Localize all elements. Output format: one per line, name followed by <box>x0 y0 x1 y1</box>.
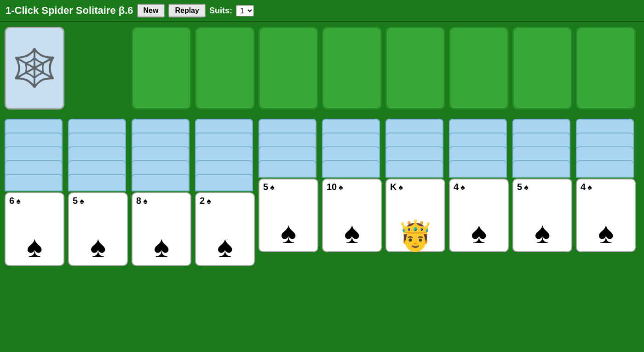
face-down-stack-5 <box>322 119 382 178</box>
face-down-card <box>576 160 634 178</box>
card-suit-top: ♠ <box>398 183 403 192</box>
tableau-column-2[interactable]: 8♠♠ <box>132 119 191 266</box>
card-suit-top: ♠ <box>80 196 84 206</box>
card-rank: 5 <box>517 182 522 191</box>
card-suit-top: ♠ <box>587 183 592 192</box>
face-down-card <box>5 174 63 191</box>
card-suit-top: ♠ <box>524 183 529 192</box>
card-suit-center: ♠ <box>90 232 106 261</box>
face-down-stack-2 <box>132 119 191 191</box>
face-down-stack-1 <box>68 119 128 191</box>
card-suit-top: ♠ <box>16 196 21 206</box>
card-suit-center: ♠ <box>598 218 614 248</box>
king-emoji-icon: 🤴 <box>397 221 434 250</box>
face-down-stack-8 <box>512 119 572 178</box>
tableau-column-4[interactable]: 5♠♠ <box>259 119 318 252</box>
card-suit-center: ♠ <box>535 218 550 248</box>
card-suit-top: ♠ <box>270 183 275 192</box>
tableau-column-9[interactable]: 4♠♠ <box>576 119 636 252</box>
face-down-card <box>385 160 443 178</box>
game-title: 1-Click Spider Solitaire β.6 <box>6 5 133 17</box>
face-down-stack-0 <box>5 119 64 191</box>
face-up-card[interactable]: 4♠♠ <box>449 179 509 252</box>
card-suit-center: ♠ <box>27 232 42 261</box>
top-spacer <box>68 27 128 110</box>
top-row: 🕸️ <box>5 27 639 110</box>
face-up-card[interactable]: 8♠♠ <box>132 192 191 266</box>
card-rank: 4 <box>454 182 459 191</box>
replay-button[interactable]: Replay <box>168 4 205 17</box>
suits-label: Suits: <box>209 6 232 16</box>
tableau-column-5[interactable]: 10♠♠ <box>322 119 382 252</box>
face-up-card[interactable]: 5♠♠ <box>68 192 128 266</box>
tableau: 6♠♠5♠♠8♠♠2♠♠5♠♠10♠♠K♠🤴4♠♠5♠♠4♠♠ <box>5 119 639 266</box>
face-up-card[interactable]: K♠🤴 <box>385 179 445 252</box>
card-suit-center: ♠ <box>281 218 296 248</box>
card-suit-top: ♠ <box>207 196 211 206</box>
face-up-card[interactable]: 5♠♠ <box>259 179 318 252</box>
completed-pile-7 <box>512 27 572 110</box>
card-rank: 4 <box>581 182 586 191</box>
card-suit-top: ♠ <box>460 183 465 192</box>
suits-select[interactable]: 1 2 4 <box>236 5 254 17</box>
card-suit-top: ♠ <box>143 196 148 206</box>
completed-pile-4 <box>322 27 382 110</box>
tableau-column-0[interactable]: 6♠♠ <box>5 119 64 266</box>
tableau-column-1[interactable]: 5♠♠ <box>68 119 128 266</box>
spider-web-icon: 🕸️ <box>12 46 58 90</box>
tableau-column-7[interactable]: 4♠♠ <box>449 119 509 252</box>
completed-pile-3 <box>259 27 318 110</box>
card-suit-center: ♠ <box>471 218 487 248</box>
new-button[interactable]: New <box>137 4 165 17</box>
face-down-card <box>195 174 253 191</box>
card-rank: K <box>390 182 397 191</box>
face-down-card <box>68 174 126 191</box>
face-down-stack-7 <box>449 119 509 178</box>
game-area: 🕸️ 6♠♠5♠♠8♠♠2♠♠5♠♠10♠♠K♠🤴4♠♠5♠♠4♠♠ <box>0 22 644 271</box>
card-rank: 10 <box>327 182 337 191</box>
completed-pile-1 <box>132 27 191 110</box>
card-suit-center: ♠ <box>154 232 169 261</box>
card-rank: 5 <box>263 182 268 191</box>
face-down-card <box>322 160 380 178</box>
card-rank: 8 <box>136 196 141 205</box>
card-rank: 2 <box>200 196 205 205</box>
face-up-card[interactable]: 10♠♠ <box>322 179 382 252</box>
face-up-card[interactable]: 5♠♠ <box>512 179 572 252</box>
card-suit-top: ♠ <box>339 183 343 192</box>
completed-pile-5 <box>385 27 445 110</box>
face-down-card <box>259 160 316 178</box>
card-rank: 5 <box>73 196 78 205</box>
face-down-stack-6 <box>385 119 445 178</box>
face-up-card[interactable]: 2♠♠ <box>195 192 255 266</box>
face-up-card[interactable]: 6♠♠ <box>5 192 64 266</box>
face-down-stack-4 <box>259 119 318 178</box>
tableau-column-3[interactable]: 2♠♠ <box>195 119 255 266</box>
card-suit-center: ♠ <box>217 232 233 261</box>
completed-pile-2 <box>195 27 255 110</box>
card-suit-center: ♠ <box>344 218 360 248</box>
tableau-column-6[interactable]: K♠🤴 <box>385 119 445 252</box>
face-down-card <box>449 160 507 178</box>
card-rank: 6 <box>9 196 14 205</box>
completed-pile-6 <box>449 27 509 110</box>
completed-pile-8 <box>576 27 636 110</box>
face-down-stack-3 <box>195 119 255 191</box>
stock-pile[interactable]: 🕸️ <box>5 27 64 110</box>
face-up-card[interactable]: 4♠♠ <box>576 179 636 252</box>
face-down-card <box>132 174 190 191</box>
tableau-column-8[interactable]: 5♠♠ <box>512 119 572 252</box>
face-down-stack-9 <box>576 119 636 178</box>
header: 1-Click Spider Solitaire β.6 New Replay … <box>0 0 644 22</box>
face-down-card <box>512 160 570 178</box>
